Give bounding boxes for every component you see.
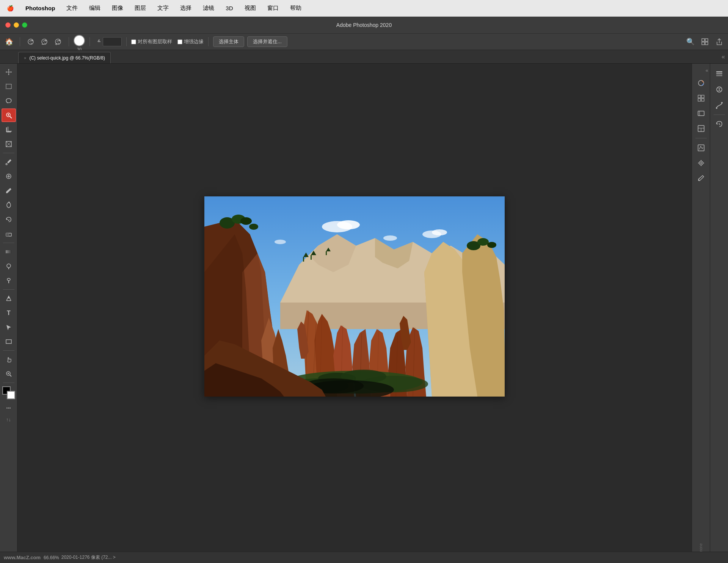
paths-icon[interactable] (712, 99, 726, 112)
menu-layer[interactable]: 图层 (132, 4, 148, 13)
svg-line-139 (719, 124, 720, 125)
move-tool[interactable] (2, 65, 16, 79)
quick-select-tool[interactable] (2, 108, 16, 122)
grid-icon[interactable] (694, 91, 708, 105)
history-brush-tool[interactable] (2, 213, 16, 226)
gradient-tool[interactable] (2, 245, 16, 259)
enhance-edge-checkbox[interactable] (177, 39, 182, 44)
properties-icon[interactable] (694, 156, 708, 170)
share-icon[interactable] (714, 36, 725, 47)
traffic-lights (5, 22, 27, 28)
none-label: none (699, 540, 703, 552)
svg-point-4 (45, 40, 47, 41)
shape-tool[interactable] (2, 335, 16, 348)
brush-size-wrapper[interactable]: 30 (74, 35, 85, 46)
status-info: 66.66% 2020-01-1276 像素 (72... > (44, 554, 116, 561)
library-icon[interactable] (694, 107, 708, 120)
panels-icon[interactable] (694, 122, 708, 135)
eraser-tool[interactable] (2, 227, 16, 241)
tool-separator-5 (3, 383, 14, 383)
menu-3d[interactable]: 3D (223, 4, 235, 12)
marquee-tool[interactable] (2, 80, 16, 93)
brush-intersect-icon[interactable] (52, 36, 64, 48)
document-canvas: 快速选择工具是我们最常使用的选择工具之一 (204, 196, 505, 397)
svg-rect-41 (6, 250, 12, 253)
zoom-level: 66.66% (44, 555, 59, 560)
sample-all-layers-checkbox[interactable] (131, 39, 136, 44)
svg-point-65 (249, 224, 258, 230)
workspace-icon[interactable] (699, 36, 711, 47)
blur-tool[interactable] (2, 259, 16, 273)
menu-help[interactable]: 帮助 (288, 4, 304, 13)
menu-filter[interactable]: 滤镜 (201, 4, 217, 13)
channels-icon[interactable] (712, 83, 726, 96)
svg-rect-74 (303, 257, 304, 262)
lasso-tool[interactable] (2, 94, 16, 108)
menu-window[interactable]: 窗口 (265, 4, 281, 13)
close-button[interactable] (5, 22, 11, 28)
history-icon[interactable] (712, 117, 726, 131)
tabbar-collapse-icon[interactable]: « (722, 53, 725, 60)
clone-stamp-tool[interactable] (2, 198, 16, 212)
enhance-edge-label[interactable]: 增强边缘 (177, 38, 204, 45)
optionsbar-right: 🔍 (685, 36, 725, 47)
menu-select[interactable]: 选择 (178, 4, 194, 13)
fullscreen-button[interactable] (22, 22, 27, 28)
tool-separator-3 (3, 289, 14, 290)
menu-photoshop[interactable]: Photoshop (23, 4, 57, 12)
brush-tool[interactable] (2, 184, 16, 198)
tool-separator-2 (3, 243, 14, 243)
search-icon[interactable]: 🔍 (685, 36, 696, 47)
healing-brush-tool[interactable] (2, 169, 16, 183)
svg-point-42 (7, 264, 11, 268)
svg-rect-40 (6, 233, 9, 236)
dodge-tool[interactable] (2, 274, 16, 287)
status-bar: www.MacZ.com 66.66% 2020-01-1276 像素 (72.… (0, 552, 728, 563)
sample-all-layers-label[interactable]: 对所有图层取样 (131, 38, 172, 45)
svg-point-0 (28, 39, 33, 44)
crop-tool[interactable] (2, 123, 16, 136)
svg-point-124 (700, 162, 702, 164)
path-select-tool[interactable] (2, 320, 16, 334)
brush-settings-icon[interactable] (694, 171, 708, 185)
brush-subtract-icon[interactable] (38, 36, 50, 48)
brush-add-icon[interactable] (25, 36, 37, 48)
pen-tool[interactable] (2, 292, 16, 305)
minimize-button[interactable] (14, 22, 19, 28)
select-subject-button[interactable]: 选择主体 (213, 36, 244, 47)
menu-file[interactable]: 文件 (64, 4, 80, 13)
status-details: 2020-01-1276 像素 (72... > (61, 554, 116, 561)
color-icon[interactable] (694, 76, 708, 90)
menu-type[interactable]: 文字 (155, 4, 171, 13)
svg-point-57 (432, 229, 447, 235)
re-separator (714, 114, 725, 115)
zoom-tool[interactable] (2, 367, 16, 381)
menu-view[interactable]: 视图 (242, 4, 258, 13)
svg-rect-14 (702, 39, 704, 41)
divider3 (89, 37, 90, 46)
tab-bar: × (C) select-quick.jpg @ 66.7%(RGB/8) « (0, 50, 728, 64)
tab-close-icon[interactable]: × (24, 56, 26, 60)
eyedropper-tool[interactable] (2, 155, 16, 169)
angle-control: 0° (94, 37, 122, 46)
type-tool[interactable]: T (2, 306, 16, 320)
background-color[interactable] (7, 391, 15, 399)
angle-input[interactable]: 0° (103, 37, 122, 46)
divider (20, 37, 20, 46)
svg-point-44 (7, 278, 10, 281)
right-panel-collapse-icon[interactable]: « (706, 67, 708, 73)
frame-tool[interactable] (2, 137, 16, 151)
extra-tools[interactable]: ↑↓ (6, 417, 11, 422)
home-button[interactable]: 🏠 (3, 36, 15, 48)
more-tools[interactable]: ••• (2, 401, 16, 415)
select-and-mask-button[interactable]: 选择并遮住... (247, 36, 287, 47)
toolbar: T (0, 64, 17, 552)
layers-icon[interactable] (712, 67, 726, 80)
menu-image[interactable]: 图像 (110, 4, 126, 13)
hand-tool[interactable] (2, 353, 16, 366)
adjust-icon[interactable] (694, 141, 708, 155)
document-tab[interactable]: × (C) select-quick.jpg @ 66.7%(RGB/8) (18, 52, 111, 63)
menu-edit[interactable]: 编辑 (87, 4, 103, 13)
apple-menu[interactable]: 🍎 (5, 4, 16, 13)
brush-size-circle[interactable] (74, 35, 85, 46)
